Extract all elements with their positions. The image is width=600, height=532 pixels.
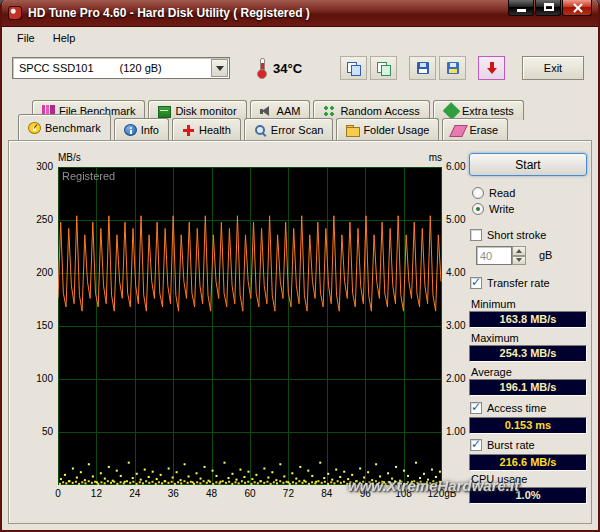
y-axis-tick-right: 1.00	[446, 426, 480, 437]
short-stroke-checkbox[interactable]: Short stroke	[470, 229, 546, 241]
tab-benchmark[interactable]: Benchmark	[18, 114, 111, 140]
minimize-button[interactable]	[508, 0, 534, 16]
tab-row-primary: Benchmark Info Health Error Scan Folder …	[18, 118, 508, 140]
gauge-icon	[28, 122, 41, 134]
x-axis-tick: 48	[192, 488, 232, 499]
short-stroke-unit-label: gB	[539, 249, 552, 261]
checkbox-icon	[470, 229, 482, 241]
combo-dropdown-button[interactable]	[211, 59, 228, 77]
burst-rate-value: 216.6 MB/s	[469, 454, 587, 471]
read-label: Read	[489, 187, 515, 199]
transfer-rate-checkbox[interactable]: ✓ Transfer rate	[470, 277, 550, 289]
spinner	[512, 246, 526, 265]
tab-health[interactable]: Health	[172, 118, 241, 140]
tab-label: Disk monitor	[175, 105, 236, 117]
y-axis-tick-right: 3.00	[446, 320, 480, 331]
tab-label: Random Access	[340, 105, 419, 117]
tab-erase[interactable]: Erase	[442, 118, 508, 140]
short-stroke-size-input[interactable]	[476, 246, 512, 265]
info-icon	[124, 124, 137, 136]
close-button[interactable]	[562, 0, 592, 16]
update-button[interactable]	[478, 56, 505, 80]
y-axis-tick-left: 250	[23, 214, 53, 225]
tab-info[interactable]: Info	[114, 118, 169, 140]
x-axis-tick: 120gB	[422, 488, 462, 499]
copy-screenshot-icon	[347, 62, 360, 75]
titlebar[interactable]: HD Tune Pro 4.60 - Hard Disk Utility ( R…	[2, 0, 598, 27]
y-axis-tick-left: 300	[23, 161, 53, 172]
check-icon: ✓	[471, 400, 481, 414]
menu-help[interactable]: Help	[44, 29, 85, 47]
hd-tune-window: HD Tune Pro 4.60 - Hard Disk Utility ( R…	[0, 0, 600, 532]
checkbox-icon: ✓	[470, 439, 482, 451]
tab-random-access[interactable]: Random Access	[313, 100, 429, 120]
burst-rate-label: Burst rate	[487, 439, 535, 451]
exit-button[interactable]: Exit	[522, 56, 584, 80]
save-screenshot-button[interactable]	[409, 56, 436, 80]
menu-file[interactable]: File	[8, 29, 44, 47]
window-title: HD Tune Pro 4.60 - Hard Disk Utility ( R…	[28, 6, 310, 20]
radio-dot-icon	[476, 207, 480, 211]
y-axis-tick-left: 200	[23, 267, 53, 278]
app-icon	[8, 6, 22, 20]
check-icon: ✓	[471, 437, 481, 451]
radio-icon	[472, 187, 484, 199]
maximize-button[interactable]	[535, 0, 561, 16]
tab-label: Extra tests	[462, 105, 514, 117]
tab-label: Benchmark	[45, 122, 101, 134]
temperature-value: 34°C	[273, 61, 302, 76]
checkbox-icon: ✓	[470, 402, 482, 414]
disk-monitor-icon	[158, 106, 171, 118]
tab-label: Info	[141, 124, 159, 136]
read-radio[interactable]: Read	[472, 187, 515, 199]
save-screenshot-icon	[417, 62, 429, 74]
maximum-value: 254.3 MB/s	[469, 345, 587, 362]
x-axis-tick: 36	[153, 488, 193, 499]
eraser-icon	[450, 125, 469, 137]
x-axis-tick: 96	[345, 488, 385, 499]
spin-up-button[interactable]	[512, 246, 526, 256]
window-controls	[508, 0, 592, 16]
access-time-value: 0.153 ms	[469, 417, 587, 434]
short-stroke-label: Short stroke	[487, 229, 546, 241]
extra-tests-icon	[443, 102, 461, 120]
short-stroke-size-field	[476, 246, 526, 265]
drive-select[interactable]: SPCC SSD101 (120 gB)	[12, 57, 230, 79]
menu-bar: File Help	[2, 27, 598, 49]
access-time-checkbox[interactable]: ✓ Access time	[470, 402, 546, 414]
speaker-icon	[260, 105, 273, 117]
tab-error-scan[interactable]: Error Scan	[244, 118, 334, 140]
y-axis-tick-right: 2.00	[446, 373, 480, 384]
y-axis-tick-left: 150	[23, 320, 53, 331]
y-axis-tick-left: 50	[23, 426, 53, 437]
tab-label: AAM	[277, 105, 301, 117]
save-text-button[interactable]	[439, 56, 466, 80]
folder-icon	[346, 124, 359, 136]
tab-aam[interactable]: AAM	[250, 100, 311, 120]
toolbar: SPCC SSD101 (120 gB) 34°C Exit	[2, 51, 598, 85]
registered-watermark: Registered	[62, 170, 115, 182]
start-button[interactable]: Start	[469, 153, 587, 176]
x-axis-tick: 108	[384, 488, 424, 499]
copy-screenshot-button[interactable]	[340, 56, 367, 80]
maximum-label: Maximum	[471, 332, 519, 344]
health-cross-icon	[182, 124, 195, 136]
transfer-rate-label: Transfer rate	[487, 277, 550, 289]
copy-text-icon	[377, 62, 390, 75]
checkbox-icon: ✓	[470, 277, 482, 289]
right-axis-unit: ms	[412, 152, 442, 163]
tab-folder-usage[interactable]: Folder Usage	[336, 118, 439, 140]
tab-extra-tests[interactable]: Extra tests	[433, 100, 524, 120]
download-arrow-icon	[485, 62, 498, 75]
random-access-icon	[323, 105, 336, 117]
benchmark-chart	[58, 167, 442, 485]
drive-model: SPCC SSD101	[19, 62, 94, 74]
tab-disk-monitor[interactable]: Disk monitor	[148, 100, 246, 120]
magnifier-icon	[254, 124, 267, 136]
burst-rate-checkbox[interactable]: ✓ Burst rate	[470, 439, 535, 451]
spin-down-button[interactable]	[512, 256, 526, 266]
x-axis-tick: 24	[115, 488, 155, 499]
maximize-icon	[544, 3, 554, 11]
copy-text-button[interactable]	[370, 56, 397, 80]
write-label: Write	[489, 203, 514, 215]
